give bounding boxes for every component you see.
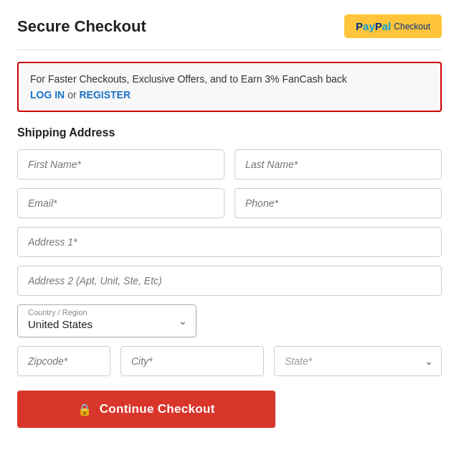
first-name-field — [17, 149, 224, 179]
location-row: State*AlabamaAlaskaArizonaArkansasCalifo… — [17, 346, 442, 376]
address1-input[interactable] — [17, 227, 442, 257]
contact-row — [17, 188, 442, 218]
address2-row — [17, 266, 442, 296]
country-label: Country / Region — [28, 308, 186, 317]
address1-field — [17, 227, 442, 257]
promo-main-text: For Faster Checkouts, Exclusive Offers, … — [30, 73, 429, 85]
paypal-checkout-button[interactable]: PayPal Checkout — [344, 14, 442, 38]
promo-or-text: or — [67, 89, 76, 101]
shipping-section: Shipping Address Country / Region Unit — [17, 126, 442, 376]
login-link[interactable]: LOG IN — [30, 89, 65, 101]
register-link[interactable]: REGISTER — [79, 89, 131, 101]
phone-field — [235, 188, 442, 218]
last-name-input[interactable] — [235, 149, 442, 179]
zipcode-input[interactable] — [17, 346, 110, 376]
first-name-input[interactable] — [17, 149, 224, 179]
country-select[interactable]: United StatesCanadaUnited KingdomAustral… — [28, 318, 186, 330]
address2-field — [17, 266, 442, 296]
header: Secure Checkout PayPal Checkout — [17, 14, 442, 50]
lock-icon: 🔒 — [77, 403, 92, 416]
paypal-logo: PayPal — [356, 20, 391, 32]
state-select[interactable]: State*AlabamaAlaskaArizonaArkansasCalifo… — [274, 346, 442, 376]
phone-input[interactable] — [235, 188, 442, 218]
email-input[interactable] — [17, 188, 224, 218]
email-field — [17, 188, 224, 218]
address1-row — [17, 227, 442, 257]
country-field: Country / Region United StatesCanadaUnit… — [17, 304, 197, 337]
last-name-field — [235, 149, 442, 179]
city-field — [120, 346, 264, 376]
page-title: Secure Checkout — [17, 17, 146, 36]
state-field: State*AlabamaAlaskaArizonaArkansasCalifo… — [274, 346, 442, 376]
promo-links: LOG IN or REGISTER — [30, 89, 429, 101]
continue-checkout-button[interactable]: 🔒 Continue Checkout — [17, 391, 275, 428]
zipcode-field — [17, 346, 110, 376]
address2-input[interactable] — [17, 266, 442, 296]
name-row — [17, 149, 442, 179]
shipping-section-title: Shipping Address — [17, 126, 442, 139]
paypal-checkout-text: Checkout — [394, 22, 430, 32]
continue-button-label: Continue Checkout — [100, 402, 215, 416]
city-input[interactable] — [120, 346, 264, 376]
promo-banner: For Faster Checkouts, Exclusive Offers, … — [17, 62, 442, 112]
